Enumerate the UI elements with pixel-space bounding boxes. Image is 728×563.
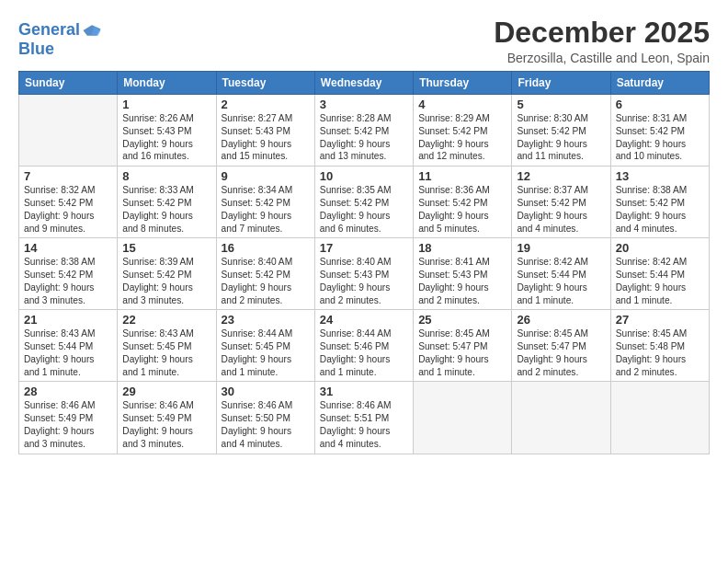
calendar-cell: 21Sunrise: 8:43 AM Sunset: 5:44 PM Dayli…	[19, 310, 118, 382]
calendar-cell: 18Sunrise: 8:41 AM Sunset: 5:43 PM Dayli…	[414, 238, 512, 310]
day-number: 23	[222, 313, 310, 327]
day-number: 1	[122, 98, 210, 111]
day-number: 6	[616, 98, 704, 111]
day-info: Sunrise: 8:32 AM Sunset: 5:42 PM Dayligh…	[24, 184, 112, 235]
calendar-week-2: 7Sunrise: 8:32 AM Sunset: 5:42 PM Daylig…	[19, 167, 710, 238]
day-number: 25	[418, 313, 506, 327]
header: General Blue December 2025 Berzosilla, C…	[18, 17, 710, 65]
title-block: December 2025 Berzosilla, Castille and L…	[494, 17, 710, 65]
calendar-cell	[610, 382, 709, 454]
day-info: Sunrise: 8:31 AM Sunset: 5:42 PM Dayligh…	[616, 112, 704, 163]
calendar-cell: 20Sunrise: 8:42 AM Sunset: 5:44 PM Dayli…	[610, 238, 709, 310]
logo-icon	[82, 20, 102, 40]
logo: General Blue	[18, 20, 102, 59]
day-info: Sunrise: 8:28 AM Sunset: 5:42 PM Dayligh…	[320, 112, 408, 163]
calendar-cell: 22Sunrise: 8:43 AM Sunset: 5:45 PM Dayli…	[118, 310, 216, 382]
col-header-sunday: Sunday	[19, 72, 118, 95]
day-number: 7	[24, 169, 112, 183]
calendar-cell	[414, 382, 512, 454]
day-info: Sunrise: 8:42 AM Sunset: 5:44 PM Dayligh…	[616, 256, 704, 306]
day-info: Sunrise: 8:43 AM Sunset: 5:45 PM Dayligh…	[122, 327, 210, 378]
calendar-cell: 15Sunrise: 8:39 AM Sunset: 5:42 PM Dayli…	[118, 238, 216, 310]
calendar-cell: 13Sunrise: 8:38 AM Sunset: 5:42 PM Dayli…	[610, 167, 709, 238]
day-number: 22	[122, 313, 210, 327]
day-info: Sunrise: 8:45 AM Sunset: 5:48 PM Dayligh…	[616, 327, 704, 378]
day-info: Sunrise: 8:46 AM Sunset: 5:51 PM Dayligh…	[320, 399, 408, 450]
day-info: Sunrise: 8:44 AM Sunset: 5:46 PM Dayligh…	[320, 327, 408, 378]
day-number: 30	[222, 385, 310, 398]
calendar-cell: 17Sunrise: 8:40 AM Sunset: 5:43 PM Dayli…	[314, 238, 413, 310]
day-number: 9	[222, 169, 310, 183]
day-number: 4	[418, 98, 506, 111]
day-number: 17	[320, 241, 408, 255]
day-info: Sunrise: 8:26 AM Sunset: 5:43 PM Dayligh…	[122, 112, 210, 163]
day-number: 31	[320, 385, 408, 398]
calendar-cell: 28Sunrise: 8:46 AM Sunset: 5:49 PM Dayli…	[19, 382, 118, 454]
day-number: 24	[320, 313, 408, 327]
calendar-cell: 31Sunrise: 8:46 AM Sunset: 5:51 PM Dayli…	[314, 382, 413, 454]
calendar-cell: 9Sunrise: 8:34 AM Sunset: 5:42 PM Daylig…	[216, 167, 314, 238]
day-number: 26	[517, 313, 605, 327]
day-number: 18	[418, 241, 506, 255]
col-header-tuesday: Tuesday	[216, 72, 314, 95]
calendar-cell: 27Sunrise: 8:45 AM Sunset: 5:48 PM Dayli…	[610, 310, 709, 382]
day-number: 20	[616, 241, 704, 255]
calendar-cell: 12Sunrise: 8:37 AM Sunset: 5:42 PM Dayli…	[512, 167, 610, 238]
month-title: December 2025	[494, 17, 710, 49]
calendar-cell: 6Sunrise: 8:31 AM Sunset: 5:42 PM Daylig…	[610, 95, 709, 167]
day-number: 21	[24, 313, 112, 327]
day-info: Sunrise: 8:46 AM Sunset: 5:50 PM Dayligh…	[222, 399, 310, 450]
calendar-header-row: SundayMondayTuesdayWednesdayThursdayFrid…	[19, 72, 710, 95]
calendar-cell: 2Sunrise: 8:27 AM Sunset: 5:43 PM Daylig…	[216, 95, 314, 167]
calendar-cell: 16Sunrise: 8:40 AM Sunset: 5:42 PM Dayli…	[216, 238, 314, 310]
calendar-week-4: 21Sunrise: 8:43 AM Sunset: 5:44 PM Dayli…	[19, 310, 710, 382]
day-number: 14	[24, 241, 112, 255]
calendar-cell: 29Sunrise: 8:46 AM Sunset: 5:49 PM Dayli…	[118, 382, 216, 454]
day-info: Sunrise: 8:41 AM Sunset: 5:43 PM Dayligh…	[418, 256, 506, 306]
day-number: 5	[517, 98, 605, 111]
logo-text: General	[18, 21, 80, 40]
day-number: 29	[122, 385, 210, 398]
calendar-cell: 3Sunrise: 8:28 AM Sunset: 5:42 PM Daylig…	[314, 95, 413, 167]
calendar-cell: 24Sunrise: 8:44 AM Sunset: 5:46 PM Dayli…	[314, 310, 413, 382]
day-number: 11	[418, 169, 506, 183]
col-header-wednesday: Wednesday	[314, 72, 413, 95]
day-info: Sunrise: 8:43 AM Sunset: 5:44 PM Dayligh…	[24, 327, 112, 378]
day-number: 8	[122, 169, 210, 183]
day-number: 2	[222, 98, 310, 111]
calendar-cell: 26Sunrise: 8:45 AM Sunset: 5:47 PM Dayli…	[512, 310, 610, 382]
day-number: 13	[616, 169, 704, 183]
day-info: Sunrise: 8:45 AM Sunset: 5:47 PM Dayligh…	[517, 327, 605, 378]
day-info: Sunrise: 8:46 AM Sunset: 5:49 PM Dayligh…	[122, 399, 210, 450]
day-number: 12	[517, 169, 605, 183]
day-number: 3	[320, 98, 408, 111]
calendar-cell: 30Sunrise: 8:46 AM Sunset: 5:50 PM Dayli…	[216, 382, 314, 454]
day-info: Sunrise: 8:39 AM Sunset: 5:42 PM Dayligh…	[122, 256, 210, 306]
day-info: Sunrise: 8:45 AM Sunset: 5:47 PM Dayligh…	[418, 327, 506, 378]
calendar-cell	[512, 382, 610, 454]
calendar-week-5: 28Sunrise: 8:46 AM Sunset: 5:49 PM Dayli…	[19, 382, 710, 454]
day-number: 10	[320, 169, 408, 183]
calendar-cell: 25Sunrise: 8:45 AM Sunset: 5:47 PM Dayli…	[414, 310, 512, 382]
calendar: SundayMondayTuesdayWednesdayThursdayFrid…	[18, 71, 710, 454]
day-info: Sunrise: 8:35 AM Sunset: 5:42 PM Dayligh…	[320, 184, 408, 235]
col-header-thursday: Thursday	[414, 72, 512, 95]
calendar-cell: 23Sunrise: 8:44 AM Sunset: 5:45 PM Dayli…	[216, 310, 314, 382]
calendar-cell: 8Sunrise: 8:33 AM Sunset: 5:42 PM Daylig…	[118, 167, 216, 238]
calendar-cell: 5Sunrise: 8:30 AM Sunset: 5:42 PM Daylig…	[512, 95, 610, 167]
day-number: 16	[222, 241, 310, 255]
calendar-cell: 1Sunrise: 8:26 AM Sunset: 5:43 PM Daylig…	[118, 95, 216, 167]
calendar-cell	[19, 95, 118, 167]
calendar-week-1: 1Sunrise: 8:26 AM Sunset: 5:43 PM Daylig…	[19, 95, 710, 167]
day-info: Sunrise: 8:40 AM Sunset: 5:42 PM Dayligh…	[222, 256, 310, 306]
day-info: Sunrise: 8:36 AM Sunset: 5:42 PM Dayligh…	[418, 184, 506, 235]
day-info: Sunrise: 8:27 AM Sunset: 5:43 PM Dayligh…	[222, 112, 310, 163]
day-info: Sunrise: 8:34 AM Sunset: 5:42 PM Dayligh…	[222, 184, 310, 235]
day-info: Sunrise: 8:44 AM Sunset: 5:45 PM Dayligh…	[222, 327, 310, 378]
calendar-cell: 14Sunrise: 8:38 AM Sunset: 5:42 PM Dayli…	[19, 238, 118, 310]
day-info: Sunrise: 8:38 AM Sunset: 5:42 PM Dayligh…	[24, 256, 112, 306]
calendar-week-3: 14Sunrise: 8:38 AM Sunset: 5:42 PM Dayli…	[19, 238, 710, 310]
calendar-cell: 7Sunrise: 8:32 AM Sunset: 5:42 PM Daylig…	[19, 167, 118, 238]
day-info: Sunrise: 8:37 AM Sunset: 5:42 PM Dayligh…	[517, 184, 605, 235]
calendar-cell: 11Sunrise: 8:36 AM Sunset: 5:42 PM Dayli…	[414, 167, 512, 238]
